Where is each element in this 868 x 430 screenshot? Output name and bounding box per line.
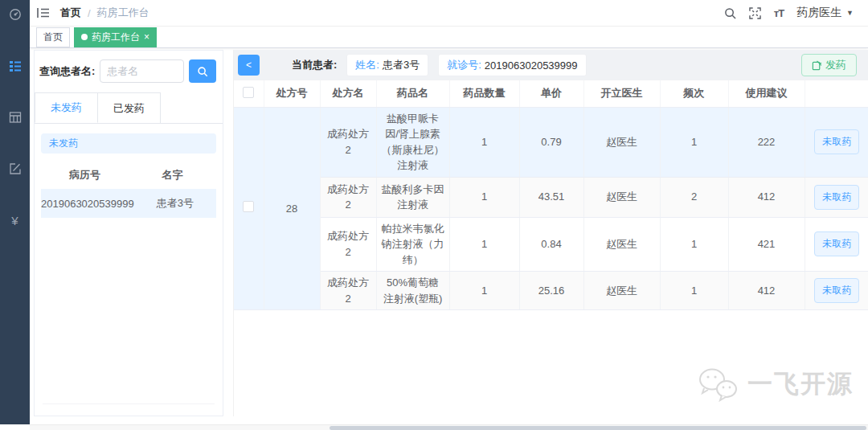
record-no-header: 病历号 xyxy=(41,168,129,182)
topbar: 首页 / 药房工作台 ᴛT 药房医生 ▼ xyxy=(30,0,868,27)
patient-name-value: 患者3号 xyxy=(134,196,216,211)
drug-name-cell: 盐酸利多卡因注射液 xyxy=(376,177,449,217)
visit-no-box: 就诊号: 2019063020539999 xyxy=(438,54,586,76)
drug-name-cell: 50%葡萄糖注射液(塑瓶) xyxy=(376,272,449,310)
grid-icon[interactable] xyxy=(7,109,23,125)
patient-search-input[interactable] xyxy=(100,59,184,83)
not-picked-button[interactable]: 未取药 xyxy=(814,231,859,256)
advice-cell: 412 xyxy=(728,177,805,217)
name-label: 姓名: xyxy=(355,58,379,72)
col-prescription-name: 处方名 xyxy=(320,80,376,107)
frequency-cell: 1 xyxy=(660,107,728,177)
sidebar-fold-icon[interactable] xyxy=(30,0,57,27)
close-icon[interactable]: × xyxy=(144,32,149,42)
patient-list-item[interactable]: 2019063020539999 患者3号 xyxy=(41,189,216,218)
prescription-panel: < 当前患者: 姓名: 患者3号 就诊号: 2019063020539999 发… xyxy=(233,50,868,416)
breadcrumb-home[interactable]: 首页 xyxy=(60,6,81,20)
col-action xyxy=(805,80,868,107)
dispense-status-tabs: 未发药 已发药 xyxy=(35,92,223,124)
col-quantity: 药品数量 xyxy=(449,80,519,107)
tab-not-dispensed[interactable]: 未发药 xyxy=(35,92,98,123)
patient-list-header: 病历号 名字 xyxy=(41,162,216,189)
user-menu-label: 药房医生 xyxy=(796,6,841,20)
patient-search-row: 查询患者名: xyxy=(35,51,223,91)
search-icon xyxy=(197,66,208,77)
icon-sidebar: ¥ xyxy=(0,0,30,424)
prescription-table: 处方号 处方名 药品名 药品数量 单价 开立医生 频次 使用建议 28 成药处方… xyxy=(234,80,868,310)
table-header-row: 处方号 处方名 药品名 药品数量 单价 开立医生 频次 使用建议 xyxy=(234,80,868,107)
quantity-cell: 1 xyxy=(449,177,519,217)
table-row: 成药处方2 盐酸利多卡因注射液 1 43.51 赵医生 2 412 未取药 xyxy=(234,177,868,217)
breadcrumb-separator: / xyxy=(88,7,91,19)
breadcrumb-current: 药房工作台 xyxy=(97,6,149,20)
prescription-name-cell: 成药处方2 xyxy=(320,107,376,177)
quantity-cell: 1 xyxy=(449,107,519,177)
wechat-logo-icon xyxy=(696,367,741,402)
tag-pharmacy-workbench[interactable]: 药房工作台 × xyxy=(74,27,157,47)
name-header: 名字 xyxy=(129,168,216,182)
search-icon[interactable] xyxy=(724,7,736,19)
col-unit-price: 单价 xyxy=(519,80,583,107)
doctor-cell: 赵医生 xyxy=(583,217,660,272)
currency-icon[interactable]: ¥ xyxy=(7,212,23,228)
chevron-down-icon: ▼ xyxy=(846,9,854,17)
fullscreen-icon[interactable] xyxy=(749,7,761,19)
col-doctor: 开立医生 xyxy=(583,80,660,107)
col-prescription-no: 处方号 xyxy=(264,80,320,107)
unit-price-cell: 0.84 xyxy=(519,217,583,272)
not-picked-button[interactable]: 未取药 xyxy=(814,185,859,210)
list-icon[interactable] xyxy=(7,58,23,74)
frequency-cell: 2 xyxy=(660,177,728,217)
patient-list: 病历号 名字 2019063020539999 患者3号 xyxy=(41,162,216,218)
current-patient-bar: < 当前患者: 姓名: 患者3号 就诊号: 2019063020539999 发… xyxy=(234,50,868,80)
prescription-no-cell: 28 xyxy=(264,107,320,310)
prescription-name-cell: 成药处方2 xyxy=(320,272,376,310)
doctor-cell: 赵医生 xyxy=(583,272,660,310)
tab-dispensed[interactable]: 已发药 xyxy=(98,92,161,123)
user-menu[interactable]: 药房医生 ▼ xyxy=(796,6,854,20)
table-row: 成药处方2 帕拉米韦氯化钠注射液（力纬） 1 0.84 赵医生 1 421 未取… xyxy=(234,217,868,272)
patient-name-box: 姓名: 患者3号 xyxy=(346,54,428,76)
advice-cell: 222 xyxy=(728,107,805,177)
topbar-actions: ᴛT 药房医生 ▼ xyxy=(724,6,868,20)
col-frequency: 频次 xyxy=(660,80,728,107)
tag-home-label: 首页 xyxy=(43,31,63,44)
visit-no-value: 2019063020539999 xyxy=(485,59,578,72)
dispense-icon xyxy=(812,60,822,71)
unit-price-cell: 43.51 xyxy=(519,177,583,217)
edit-icon[interactable] xyxy=(7,161,23,177)
not-picked-button[interactable]: 未取药 xyxy=(814,278,859,303)
not-picked-button[interactable]: 未取药 xyxy=(814,129,859,154)
col-advice: 使用建议 xyxy=(728,80,805,107)
advice-cell: 421 xyxy=(728,217,805,272)
patient-search-button[interactable] xyxy=(189,59,216,83)
doctor-cell: 赵医生 xyxy=(583,107,660,177)
tag-home[interactable]: 首页 xyxy=(36,27,70,47)
dispense-button-label: 发药 xyxy=(825,58,846,72)
table-row: 28 成药处方2 盐酸甲哌卡因/肾上腺素（斯康杜尼）注射液 1 0.79 赵医生… xyxy=(234,107,868,177)
doctor-cell: 赵医生 xyxy=(583,177,660,217)
watermark: 一飞开源 xyxy=(696,367,854,402)
breadcrumb: 首页 / 药房工作台 xyxy=(60,6,149,20)
frequency-cell: 1 xyxy=(660,272,728,310)
unit-price-cell: 25.16 xyxy=(519,272,583,310)
unit-price-cell: 0.79 xyxy=(519,107,583,177)
dashboard-icon[interactable] xyxy=(7,6,23,23)
horizontal-scrollbar xyxy=(30,424,868,430)
row-checkbox[interactable] xyxy=(243,201,254,212)
current-patient-label: 当前患者: xyxy=(292,58,337,72)
prescription-name-cell: 成药处方2 xyxy=(320,217,376,272)
not-dispensed-banner: 未发药 xyxy=(41,133,216,154)
scrollbar-thumb[interactable] xyxy=(330,426,866,430)
patient-panel: 查询患者名: 未发药 已发药 未发药 病历号 名字 20190630205399… xyxy=(34,50,223,416)
collapse-left-button[interactable]: < xyxy=(238,55,260,76)
patient-search-label: 查询患者名: xyxy=(39,64,95,79)
table-row: 成药处方2 50%葡萄糖注射液(塑瓶) 1 25.16 赵医生 1 412 未取… xyxy=(234,272,868,310)
dispense-button[interactable]: 发药 xyxy=(801,54,857,76)
name-value: 患者3号 xyxy=(383,58,420,72)
drug-name-cell: 盐酸甲哌卡因/肾上腺素（斯康杜尼）注射液 xyxy=(376,107,449,177)
select-all-checkbox[interactable] xyxy=(243,87,254,98)
watermark-text: 一飞开源 xyxy=(747,367,854,401)
panel-divider xyxy=(43,403,215,404)
font-size-icon[interactable]: ᴛT xyxy=(774,7,784,19)
